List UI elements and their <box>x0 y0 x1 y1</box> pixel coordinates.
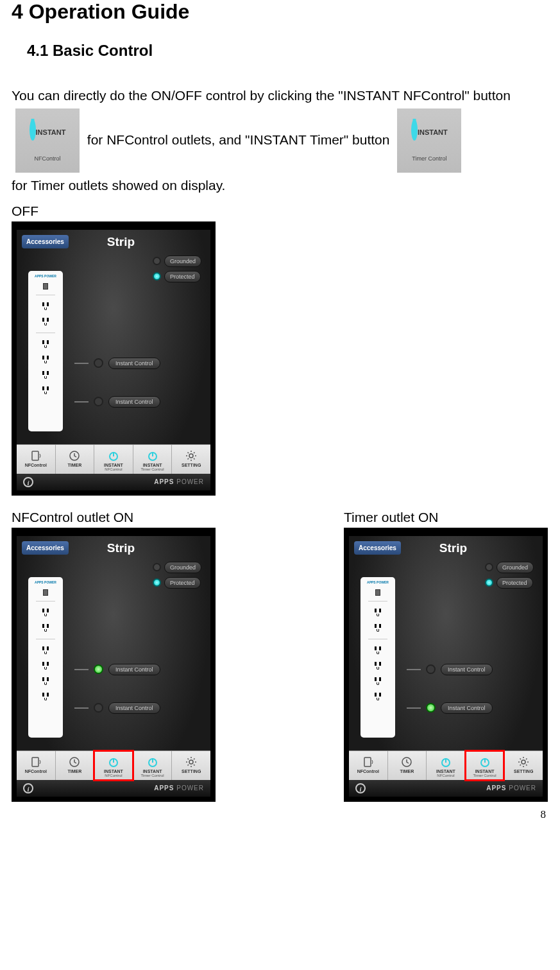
nav-instant-nfcontrol[interactable]: INSTANT NFControl <box>94 445 133 474</box>
instant-control-label: Instant Control <box>441 702 493 714</box>
usb-port-icon <box>43 283 48 290</box>
nav-label: NFControl <box>350 769 386 774</box>
nav-timer[interactable]: TIMER <box>56 751 95 780</box>
accessories-button[interactable]: Accessories <box>354 541 401 555</box>
label-timer-on: Timer outlet ON <box>344 510 548 525</box>
nav-timer[interactable]: TIMER <box>56 445 95 474</box>
heading-chapter: 4 Operation Guide <box>12 0 548 24</box>
led-on-icon <box>426 703 436 713</box>
button-label-1: INSTANT <box>418 128 448 136</box>
nav-setting[interactable]: SETTING <box>172 751 210 780</box>
power-strip-image: APPS POWER <box>28 577 63 738</box>
nav-nfcontrol[interactable]: NFControl <box>17 445 56 474</box>
info-icon[interactable]: i <box>23 783 33 793</box>
nav-instant-timer[interactable]: INSTANT Timer Control <box>133 751 173 780</box>
nav-sublabel: NFControl <box>96 774 132 777</box>
nav-setting[interactable]: SETTING <box>504 751 543 780</box>
outlet-icon <box>40 385 51 396</box>
power-strip-image: APPS POWER <box>28 271 63 431</box>
nav-label: INSTANT <box>96 769 132 774</box>
instant-control-row-2[interactable]: Instant Control <box>407 702 493 714</box>
brand-label: APPS POWER <box>154 478 204 485</box>
led-on-icon <box>94 664 103 674</box>
brand-label: APPS POWER <box>486 784 536 792</box>
text-segment-3: for Timer outlets showed on display. <box>12 178 225 193</box>
nav-sublabel: Timer Control <box>135 467 171 471</box>
label-nf-on: NFControl outlet ON <box>12 510 216 525</box>
clock-icon <box>57 449 93 463</box>
clock-icon <box>57 755 93 769</box>
accessories-button[interactable]: Accessories <box>22 235 69 248</box>
nav-label: INSTANT <box>135 463 171 467</box>
power-icon <box>96 755 132 769</box>
page-number: 8 <box>541 808 547 821</box>
clock-icon <box>389 755 425 769</box>
power-icon <box>411 119 418 141</box>
nav-instant-timer[interactable]: INSTANT Timer Control <box>466 751 505 780</box>
outlet-icon <box>40 645 51 656</box>
nav-label: TIMER <box>57 463 93 467</box>
button-label-2: NFControl <box>34 155 60 162</box>
svg-rect-0 <box>32 451 38 460</box>
nav-label: INSTANT <box>428 769 464 774</box>
nav-timer[interactable]: TIMER <box>388 751 427 780</box>
outlet-icon <box>40 691 51 702</box>
instant-control-label: Instant Control <box>108 396 160 408</box>
bottom-navbar: NFControl TIMER INSTANT NFControl INSTAN… <box>17 444 210 474</box>
strip-logo: APPS POWER <box>35 275 56 278</box>
power-strip-image: APPS POWER <box>361 577 395 738</box>
instant-control-label: Instant Control <box>108 664 160 675</box>
instant-control-row-1[interactable]: Instant Control <box>74 664 160 675</box>
button-label-2: Timer Control <box>412 155 446 162</box>
screenshot-off: Accessories Strip Grounded Protected APP… <box>12 221 216 496</box>
svg-point-14 <box>522 760 525 764</box>
power-icon <box>135 449 171 463</box>
power-icon <box>30 119 36 141</box>
outlet-icon <box>40 300 51 312</box>
nav-nfcontrol[interactable]: NFControl <box>349 751 388 780</box>
nav-instant-nfcontrol[interactable]: INSTANT NFControl <box>94 751 133 780</box>
gear-icon <box>173 755 209 769</box>
nav-label: INSTANT <box>96 463 132 467</box>
svg-point-4 <box>189 454 193 458</box>
accessories-button[interactable]: Accessories <box>22 541 69 555</box>
nav-instant-nfcontrol[interactable]: INSTANT NFControl <box>427 751 466 780</box>
led-off-icon <box>426 664 436 674</box>
outlet-icon <box>40 354 51 365</box>
nav-label: TIMER <box>389 769 425 774</box>
text-segment-1: You can directly do the ON/OFF control b… <box>12 88 511 103</box>
outlet-icon <box>372 691 384 702</box>
instant-control-row-2[interactable]: Instant Control <box>74 396 160 408</box>
outlet-icon <box>40 316 51 327</box>
nav-label: INSTANT <box>135 769 171 774</box>
nfc-icon <box>18 449 54 463</box>
info-icon[interactable]: i <box>355 783 366 793</box>
nav-label: SETTING <box>505 769 541 774</box>
instant-control-row-1[interactable]: Instant Control <box>407 664 493 675</box>
instant-control-row-1[interactable]: Instant Control <box>74 358 160 369</box>
bottom-navbar: NFControl TIMER INSTANT NFControl <box>17 750 210 780</box>
power-icon <box>96 449 132 463</box>
screenshot-timer-on: Accessories Strip Grounded Protected <box>344 528 548 802</box>
nav-instant-timer[interactable]: INSTANT Timer Control <box>133 445 173 474</box>
instant-control-row-2[interactable]: Instant Control <box>74 702 160 714</box>
outlet-icon <box>40 607 51 618</box>
power-icon <box>135 755 171 769</box>
nav-label: INSTANT <box>467 769 503 774</box>
heading-section: 4.1 Basic Control <box>27 42 548 60</box>
instruction-paragraph: You can directly do the ON/OFF control b… <box>12 83 548 198</box>
outlet-icon <box>372 675 384 687</box>
strip-logo: APPS POWER <box>35 581 56 584</box>
nav-sublabel: NFControl <box>96 467 132 471</box>
nav-label: SETTING <box>173 463 209 467</box>
gear-icon <box>173 449 209 463</box>
label-off: OFF <box>12 204 548 219</box>
svg-rect-10 <box>364 758 371 766</box>
outlet-icon <box>372 622 384 634</box>
nav-setting[interactable]: SETTING <box>172 445 210 474</box>
nav-nfcontrol[interactable]: NFControl <box>17 751 56 780</box>
info-icon[interactable]: i <box>23 477 33 487</box>
screenshot-nfcontrol-on: Accessories Strip Grounded Protected <box>12 528 216 802</box>
nfc-icon <box>18 755 54 769</box>
svg-rect-5 <box>32 758 38 766</box>
